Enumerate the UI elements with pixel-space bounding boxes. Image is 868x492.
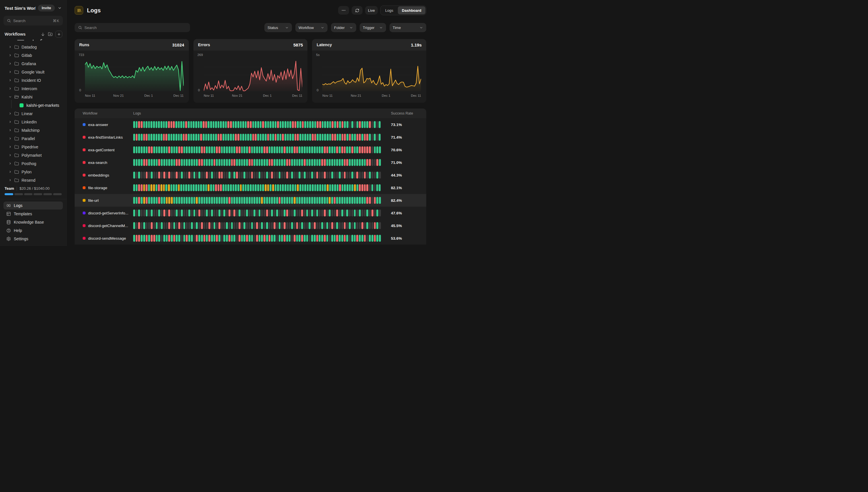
new-workflow-button[interactable]: [55, 31, 62, 38]
new-folder-button[interactable]: [48, 32, 52, 36]
sidebar-folder-resend[interactable]: Resend: [3, 176, 63, 184]
sidebar-folder-posthog[interactable]: Posthog: [3, 159, 63, 168]
sidebar-item-templates[interactable]: Templates: [3, 210, 63, 218]
table-row-file-storage[interactable]: file-storage82.1%: [75, 181, 426, 194]
log-bar: [329, 121, 331, 128]
log-bar: [329, 222, 331, 229]
log-bar: [359, 172, 361, 178]
log-bar: [148, 159, 150, 166]
sidebar-folder-parallel[interactable]: Parallel: [3, 134, 63, 143]
log-bar: [158, 134, 160, 141]
toggle-logs[interactable]: Logs: [381, 6, 397, 14]
sidebar-workflow-kalshi-get-markets[interactable]: kalshi-get-markets: [3, 101, 63, 109]
sidebar-folder-mailchimp[interactable]: Mailchimp: [3, 126, 63, 134]
filter-time[interactable]: Time: [390, 23, 426, 32]
log-bar: [232, 134, 234, 141]
log-bar: [255, 121, 256, 128]
more-button[interactable]: [338, 6, 349, 15]
table-row-embeddings[interactable]: embeddings44.3%: [75, 169, 426, 181]
log-bar: [356, 210, 358, 217]
log-bar: [308, 146, 311, 153]
sidebar-item-logs[interactable]: Logs: [3, 201, 63, 210]
log-bar: [297, 121, 299, 128]
progress-segment-empty: [33, 193, 42, 195]
workflow-color-dot: [83, 161, 85, 164]
live-button[interactable]: Live: [365, 6, 378, 15]
sidebar-folder-pipedrive[interactable]: Pipedrive: [3, 143, 63, 151]
table-row-file-url[interactable]: file-url82.4%: [75, 194, 426, 207]
sidebar-item-settings[interactable]: Settings: [3, 235, 63, 243]
sidebar-folder-incident-io[interactable]: Incident IO: [3, 76, 63, 84]
folder-label: Mailchimp: [22, 128, 40, 132]
log-bar: [326, 210, 328, 217]
workflow-name: embeddings: [88, 173, 109, 177]
log-bar: [379, 172, 381, 178]
log-bar: [168, 235, 170, 242]
table-row-exa-getcontent[interactable]: exa-getContent70.6%: [75, 144, 426, 156]
sidebar-folder-grafana[interactable]: Grafana: [3, 59, 63, 68]
sidebar-folder-linear[interactable]: Linear: [3, 109, 63, 118]
sidebar-folder-intercom[interactable]: Intercom: [3, 84, 63, 93]
table-row-exa-answer[interactable]: exa-answer73.1%: [75, 118, 426, 131]
log-bar: [218, 222, 220, 229]
log-bar: [301, 235, 303, 242]
log-bar: [221, 197, 223, 204]
filter-workflow[interactable]: Workflow: [295, 23, 327, 32]
table-row-exa-findsimilarlinks[interactable]: exa-findSimilarLinks71.4%: [75, 131, 426, 144]
filter-status[interactable]: Status: [264, 23, 292, 32]
log-bar: [379, 222, 381, 229]
refresh-button[interactable]: [352, 6, 363, 15]
log-bar: [314, 210, 316, 217]
sidebar-item-help[interactable]: Help: [3, 226, 63, 235]
log-bar: [274, 235, 276, 242]
table-row-exa-search[interactable]: exa-search71.0%: [75, 156, 426, 169]
sidebar-folder-gitlab[interactable]: Gitlab: [3, 51, 63, 59]
log-bar: [226, 197, 228, 204]
log-bar: [374, 222, 376, 229]
log-bar: [226, 172, 228, 178]
folder-label: Google Vault: [22, 70, 45, 74]
table-row-discord-getserverinfo-[interactable]: discord-getServerInfo...47.6%: [75, 207, 426, 219]
log-bar: [216, 235, 218, 242]
sidebar-folder-linkedin[interactable]: LinkedIn: [3, 118, 63, 126]
sidebar-folder-polymarket[interactable]: Polymarket: [3, 151, 63, 159]
sort-descending-button[interactable]: [41, 32, 45, 36]
toggle-dashboard[interactable]: Dashboard: [398, 6, 425, 14]
log-bar: [286, 235, 288, 242]
log-bar: [364, 197, 366, 204]
table-row-discord-getchannelm-[interactable]: discord-getChannelM...45.5%: [75, 219, 426, 232]
log-bar: [321, 222, 323, 229]
logs-search[interactable]: [75, 23, 190, 32]
table-row-discord-sendmessage[interactable]: discord-sendMessage53.6%: [75, 232, 426, 245]
card-header: Latency1.19s: [312, 39, 426, 51]
team-label: Team: [5, 186, 14, 191]
logs-search-input[interactable]: [84, 26, 187, 30]
x-tick-label: Nov 21: [114, 94, 124, 97]
log-bar: [324, 197, 326, 204]
log-bar: [188, 121, 190, 128]
log-bar: [264, 210, 266, 217]
log-bar: [344, 235, 346, 242]
log-bar: [148, 121, 150, 128]
filter-folder[interactable]: Folder: [331, 23, 356, 32]
log-bar: [265, 184, 267, 191]
sidebar-item-knowledge-base[interactable]: Knowledge Base: [3, 218, 63, 226]
filter-trigger[interactable]: Trigger: [359, 23, 386, 32]
workflow-color-dot: [83, 148, 85, 151]
invite-button[interactable]: Invite: [38, 5, 55, 11]
log-bar: [307, 184, 309, 191]
chevron-right-icon: [8, 178, 12, 182]
log-bars: [133, 159, 380, 166]
sidebar-folder-pylon[interactable]: Pylon: [3, 168, 63, 176]
sidebar-search-input[interactable]: [13, 19, 51, 23]
sidebar-folder-google-vault[interactable]: Google Vault: [3, 68, 63, 76]
sidebar-folder-datadog[interactable]: Datadog: [3, 43, 63, 51]
workspace-menu-button[interactable]: [57, 5, 62, 10]
log-bar: [316, 197, 318, 204]
log-bar: [351, 172, 353, 178]
sidebar-folder-kalshi[interactable]: Kalshi: [3, 93, 63, 101]
log-bar: [183, 184, 185, 191]
log-bar: [266, 197, 268, 204]
sidebar-search[interactable]: ⌘K: [3, 16, 63, 26]
log-bar: [371, 210, 373, 217]
